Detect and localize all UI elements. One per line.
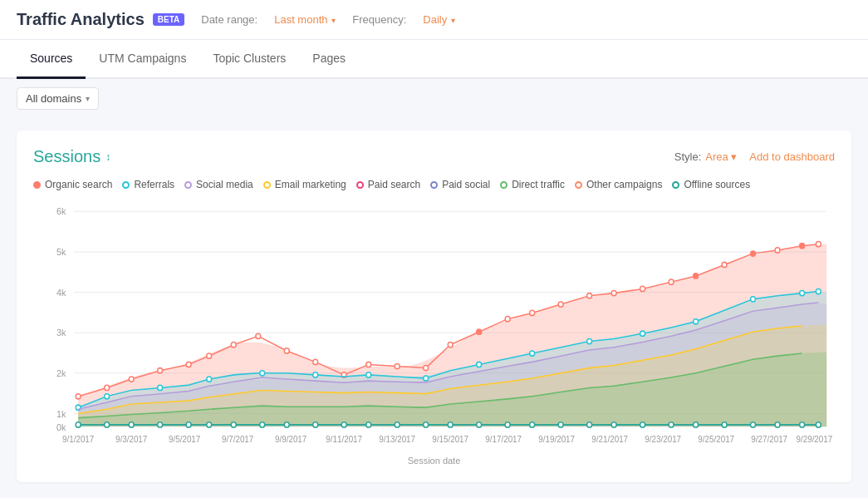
svg-point-38	[722, 262, 727, 267]
svg-point-79	[611, 422, 616, 427]
legend-dot-social	[184, 181, 192, 189]
svg-text:9/11/2017: 9/11/2017	[326, 434, 362, 443]
svg-text:5k: 5k	[56, 247, 66, 257]
svg-text:9/5/2017: 9/5/2017	[169, 434, 201, 443]
svg-point-81	[669, 422, 674, 427]
svg-point-53	[587, 338, 592, 343]
svg-text:1k: 1k	[56, 408, 66, 418]
legend-email[interactable]: Email marketing	[263, 179, 346, 190]
svg-point-21	[256, 333, 261, 338]
svg-point-18	[186, 362, 191, 367]
frequency-value[interactable]: Daily ▾	[423, 13, 455, 26]
svg-point-69	[341, 422, 346, 427]
legend-other[interactable]: Other campaigns	[575, 179, 662, 190]
svg-text:4k: 4k	[56, 287, 66, 297]
svg-text:9/27/2017: 9/27/2017	[751, 434, 787, 443]
svg-point-60	[105, 422, 110, 427]
svg-point-55	[694, 319, 699, 324]
svg-point-82	[694, 422, 699, 427]
chart-title[interactable]: Sessions ↕	[33, 147, 110, 166]
date-range-value[interactable]: Last month ▾	[274, 13, 336, 26]
svg-point-17	[158, 368, 163, 373]
svg-point-40	[775, 248, 780, 253]
beta-badge: BETA	[153, 13, 184, 26]
svg-point-15	[105, 385, 110, 390]
svg-point-46	[207, 377, 212, 382]
legend-dot-other	[575, 181, 582, 189]
svg-point-87	[816, 422, 821, 427]
svg-text:9/21/2017: 9/21/2017	[591, 434, 628, 443]
svg-text:9/1/2017: 9/1/2017	[62, 434, 95, 443]
svg-point-30	[505, 317, 510, 322]
legend-direct[interactable]: Direct traffic	[500, 179, 565, 190]
date-range-label: Date range:	[201, 13, 257, 26]
chart-legend: Organic search Referrals Social media Em…	[33, 179, 835, 190]
svg-point-20	[231, 343, 236, 348]
svg-point-16	[129, 377, 134, 382]
svg-point-80	[640, 422, 645, 427]
chart-controls: Style: Area ▾ Add to dashboard	[674, 150, 835, 163]
legend-dot-offline	[672, 181, 679, 189]
legend-paid-search[interactable]: Paid search	[356, 179, 420, 190]
svg-point-50	[424, 376, 429, 381]
tab-topic-clusters[interactable]: Topic Clusters	[199, 40, 299, 79]
svg-point-68	[313, 422, 318, 427]
svg-point-47	[260, 371, 265, 376]
svg-text:9/3/2017: 9/3/2017	[115, 434, 148, 443]
svg-point-78	[587, 422, 592, 427]
add-dashboard-button[interactable]: Add to dashboard	[749, 150, 835, 163]
svg-text:6k: 6k	[56, 206, 66, 216]
svg-point-84	[751, 422, 756, 427]
svg-point-74	[477, 422, 482, 427]
legend-dot-email	[263, 181, 271, 189]
svg-point-35	[640, 286, 645, 291]
style-value[interactable]: Area ▾	[705, 150, 737, 163]
svg-text:9/9/2017: 9/9/2017	[275, 434, 307, 443]
tab-utm[interactable]: UTM Campaigns	[86, 40, 199, 79]
svg-point-61	[129, 422, 134, 427]
legend-dot-referrals	[122, 181, 130, 189]
sort-icon: ↕	[105, 151, 110, 163]
svg-point-27	[424, 366, 429, 371]
svg-point-70	[366, 422, 371, 427]
frequency-label: Frequency:	[352, 13, 406, 26]
svg-point-28	[448, 343, 453, 348]
legend-referrals[interactable]: Referrals	[122, 179, 174, 190]
svg-point-32	[558, 302, 563, 307]
svg-point-23	[313, 359, 318, 364]
svg-point-73	[448, 422, 453, 427]
legend-offline[interactable]: Offline sources	[672, 179, 750, 190]
svg-text:9/29/2017: 9/29/2017	[797, 434, 833, 443]
legend-dot-organic	[33, 181, 41, 189]
svg-point-25	[366, 362, 371, 367]
svg-point-51	[477, 362, 482, 367]
svg-text:9/13/2017: 9/13/2017	[379, 434, 415, 443]
svg-point-85	[775, 422, 780, 427]
legend-organic[interactable]: Organic search	[33, 179, 112, 190]
svg-text:3k: 3k	[56, 328, 66, 338]
legend-social[interactable]: Social media	[184, 179, 253, 190]
legend-dot-paid-search	[356, 181, 364, 189]
svg-text:2k: 2k	[56, 368, 66, 378]
chart-header: Sessions ↕ Style: Area ▾ Add to dashboar…	[33, 147, 835, 166]
svg-point-34	[611, 291, 616, 296]
svg-point-67	[284, 422, 289, 427]
svg-point-52	[530, 351, 535, 356]
svg-point-14	[76, 394, 81, 399]
header-controls: Date range: Last month ▾ Frequency: Dail…	[201, 13, 455, 26]
tab-sources[interactable]: Sources	[17, 40, 86, 79]
domain-selector[interactable]: All domains ▾	[17, 87, 99, 110]
svg-point-66	[260, 422, 265, 427]
svg-text:9/7/2017: 9/7/2017	[222, 434, 254, 443]
chevron-down-icon: ▾	[86, 94, 90, 103]
tab-pages[interactable]: Pages	[299, 40, 359, 79]
svg-point-29	[477, 329, 482, 334]
svg-point-33	[587, 293, 592, 298]
svg-point-62	[158, 422, 163, 427]
chart-area: 6k 5k 4k 3k 2k 1k 0k	[33, 203, 835, 452]
svg-point-57	[800, 291, 805, 296]
svg-point-77	[558, 422, 563, 427]
legend-paid-social[interactable]: Paid social	[430, 179, 490, 190]
svg-point-72	[424, 422, 429, 427]
style-control: Style: Area ▾	[674, 150, 738, 163]
